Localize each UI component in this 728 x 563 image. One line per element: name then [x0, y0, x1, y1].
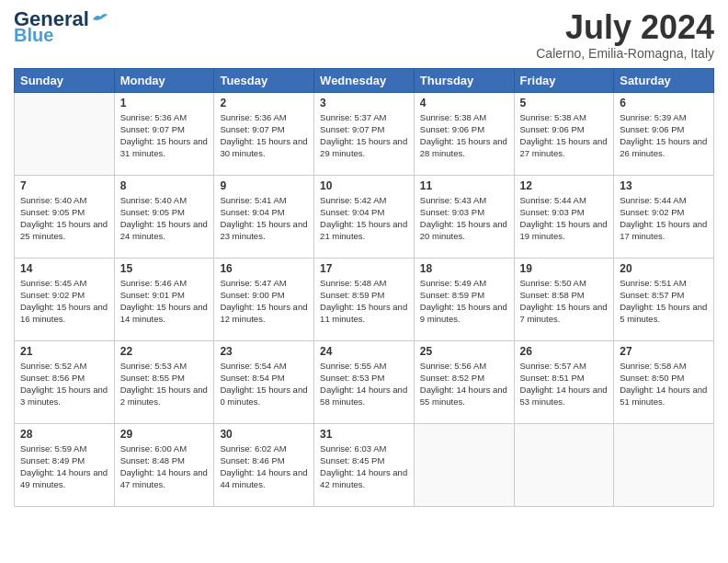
- daylight-text: Daylight: 15 hours and 9 minutes.: [420, 302, 507, 324]
- daylight-text: Daylight: 15 hours and 25 minutes.: [20, 219, 108, 241]
- calendar-cell: 24Sunrise: 5:55 AMSunset: 8:53 PMDayligh…: [314, 340, 415, 423]
- sunset-text: Sunset: 8:56 PM: [20, 373, 85, 383]
- day-info: Sunrise: 5:55 AMSunset: 8:53 PMDaylight:…: [320, 360, 408, 408]
- sunrise-text: Sunrise: 5:49 AM: [420, 278, 486, 288]
- day-number: 30: [220, 428, 308, 441]
- sunset-text: Sunset: 8:50 PM: [620, 373, 684, 383]
- sunrise-text: Sunrise: 5:44 AM: [520, 195, 586, 205]
- daylight-text: Daylight: 15 hours and 5 minutes.: [620, 302, 707, 324]
- day-number: 19: [520, 262, 609, 275]
- day-number: 23: [220, 345, 308, 358]
- calendar-week-row: 21Sunrise: 5:52 AMSunset: 8:56 PMDayligh…: [15, 340, 714, 423]
- day-number: 22: [120, 345, 209, 358]
- day-info: Sunrise: 6:00 AMSunset: 8:48 PMDaylight:…: [120, 442, 209, 491]
- day-info: Sunrise: 5:49 AMSunset: 8:59 PMDaylight:…: [420, 277, 508, 326]
- day-info: Sunrise: 5:43 AMSunset: 9:03 PMDaylight:…: [420, 194, 508, 243]
- calendar-cell: 29Sunrise: 6:00 AMSunset: 8:48 PMDayligh…: [114, 423, 214, 506]
- day-number: 15: [120, 262, 209, 275]
- sunset-text: Sunset: 8:58 PM: [520, 290, 585, 300]
- calendar-cell: 4Sunrise: 5:38 AMSunset: 9:06 PMDaylight…: [414, 92, 514, 175]
- sunset-text: Sunset: 9:03 PM: [520, 207, 585, 217]
- day-number: 14: [20, 262, 108, 275]
- calendar-cell: 27Sunrise: 5:58 AMSunset: 8:50 PMDayligh…: [614, 340, 714, 423]
- weekday-header-saturday: Saturday: [614, 68, 714, 92]
- daylight-text: Daylight: 14 hours and 47 minutes.: [120, 467, 208, 489]
- calendar-cell: 3Sunrise: 5:37 AMSunset: 9:07 PMDaylight…: [314, 92, 415, 175]
- logo-bird-icon: [91, 12, 109, 27]
- day-number: 1: [120, 97, 209, 109]
- calendar-cell: 5Sunrise: 5:38 AMSunset: 9:06 PMDaylight…: [514, 92, 614, 175]
- day-info: Sunrise: 5:53 AMSunset: 8:55 PMDaylight:…: [120, 360, 209, 408]
- daylight-text: Daylight: 15 hours and 11 minutes.: [320, 302, 407, 324]
- sunset-text: Sunset: 8:48 PM: [120, 455, 185, 465]
- sunrise-text: Sunrise: 5:51 AM: [620, 278, 686, 288]
- day-info: Sunrise: 5:37 AMSunset: 9:07 PMDaylight:…: [320, 111, 408, 160]
- calendar-cell: 19Sunrise: 5:50 AMSunset: 8:58 PMDayligh…: [514, 258, 614, 340]
- day-info: Sunrise: 5:40 AMSunset: 9:05 PMDaylight:…: [120, 194, 209, 243]
- daylight-text: Daylight: 14 hours and 51 minutes.: [620, 385, 707, 407]
- day-info: Sunrise: 5:44 AMSunset: 9:02 PMDaylight:…: [620, 194, 708, 243]
- sunset-text: Sunset: 9:07 PM: [220, 124, 284, 134]
- day-info: Sunrise: 6:02 AMSunset: 8:46 PMDaylight:…: [220, 442, 308, 491]
- logo: General Blue: [14, 9, 109, 44]
- day-number: 10: [320, 179, 408, 192]
- day-number: 7: [20, 179, 108, 192]
- day-number: 31: [320, 428, 408, 441]
- sunrise-text: Sunrise: 5:37 AM: [320, 112, 386, 122]
- calendar-cell: 23Sunrise: 5:54 AMSunset: 8:54 PMDayligh…: [214, 340, 314, 423]
- daylight-text: Daylight: 15 hours and 21 minutes.: [320, 219, 407, 241]
- day-number: 6: [620, 97, 708, 109]
- sunrise-text: Sunrise: 5:48 AM: [320, 278, 386, 288]
- sunset-text: Sunset: 9:07 PM: [120, 124, 185, 134]
- sunrise-text: Sunrise: 5:45 AM: [20, 278, 86, 288]
- calendar-cell: 17Sunrise: 5:48 AMSunset: 8:59 PMDayligh…: [314, 258, 415, 340]
- sunrise-text: Sunrise: 5:41 AM: [220, 195, 286, 205]
- day-info: Sunrise: 5:38 AMSunset: 9:06 PMDaylight:…: [520, 111, 609, 160]
- sunrise-text: Sunrise: 6:00 AM: [120, 443, 187, 454]
- daylight-text: Daylight: 14 hours and 44 minutes.: [220, 467, 307, 489]
- day-info: Sunrise: 5:44 AMSunset: 9:03 PMDaylight:…: [520, 194, 609, 243]
- calendar-cell: 30Sunrise: 6:02 AMSunset: 8:46 PMDayligh…: [214, 423, 314, 506]
- day-info: Sunrise: 5:56 AMSunset: 8:52 PMDaylight:…: [420, 360, 508, 408]
- calendar-week-row: 1Sunrise: 5:36 AMSunset: 9:07 PMDaylight…: [15, 92, 714, 175]
- calendar-cell: 13Sunrise: 5:44 AMSunset: 9:02 PMDayligh…: [614, 175, 714, 258]
- sunset-text: Sunset: 9:06 PM: [620, 124, 684, 134]
- sunrise-text: Sunrise: 5:38 AM: [420, 112, 486, 122]
- calendar-cell: 28Sunrise: 5:59 AMSunset: 8:49 PMDayligh…: [15, 423, 115, 506]
- sunset-text: Sunset: 9:02 PM: [20, 290, 85, 300]
- calendar-week-row: 28Sunrise: 5:59 AMSunset: 8:49 PMDayligh…: [15, 423, 714, 506]
- sunset-text: Sunset: 9:05 PM: [20, 207, 85, 217]
- sunset-text: Sunset: 8:54 PM: [220, 373, 284, 383]
- calendar-header-row: SundayMondayTuesdayWednesdayThursdayFrid…: [15, 68, 714, 92]
- sunset-text: Sunset: 8:59 PM: [320, 290, 384, 300]
- sunset-text: Sunset: 8:51 PM: [520, 373, 585, 383]
- calendar-week-row: 14Sunrise: 5:45 AMSunset: 9:02 PMDayligh…: [15, 258, 714, 340]
- sunrise-text: Sunrise: 5:57 AM: [520, 361, 586, 371]
- daylight-text: Daylight: 14 hours and 49 minutes.: [20, 467, 108, 489]
- calendar-cell: 8Sunrise: 5:40 AMSunset: 9:05 PMDaylight…: [114, 175, 214, 258]
- calendar-cell: [414, 423, 514, 506]
- calendar-cell: 18Sunrise: 5:49 AMSunset: 8:59 PMDayligh…: [414, 258, 514, 340]
- calendar-cell: [15, 92, 115, 175]
- calendar-table: SundayMondayTuesdayWednesdayThursdayFrid…: [14, 68, 714, 507]
- sunset-text: Sunset: 9:04 PM: [320, 207, 384, 217]
- day-number: 2: [220, 97, 308, 109]
- header: General Blue July 2024 Calerno, Emilia-R…: [14, 9, 714, 61]
- title-section: July 2024 Calerno, Emilia-Romagna, Italy: [536, 9, 714, 61]
- day-number: 16: [220, 262, 308, 275]
- daylight-text: Daylight: 15 hours and 3 minutes.: [20, 385, 108, 407]
- sunrise-text: Sunrise: 5:59 AM: [20, 443, 86, 454]
- day-info: Sunrise: 5:57 AMSunset: 8:51 PMDaylight:…: [520, 360, 609, 408]
- day-number: 28: [20, 428, 108, 441]
- daylight-text: Daylight: 15 hours and 28 minutes.: [420, 136, 507, 158]
- day-number: 17: [320, 262, 408, 275]
- sunrise-text: Sunrise: 5:52 AM: [20, 361, 86, 371]
- daylight-text: Daylight: 15 hours and 19 minutes.: [520, 219, 608, 241]
- day-info: Sunrise: 5:36 AMSunset: 9:07 PMDaylight:…: [120, 111, 209, 160]
- day-info: Sunrise: 5:59 AMSunset: 8:49 PMDaylight:…: [20, 442, 108, 491]
- sunrise-text: Sunrise: 6:03 AM: [320, 443, 386, 454]
- day-info: Sunrise: 5:36 AMSunset: 9:07 PMDaylight:…: [220, 111, 308, 160]
- weekday-header-friday: Friday: [514, 68, 614, 92]
- calendar-cell: 31Sunrise: 6:03 AMSunset: 8:45 PMDayligh…: [314, 423, 415, 506]
- day-number: 9: [220, 179, 308, 192]
